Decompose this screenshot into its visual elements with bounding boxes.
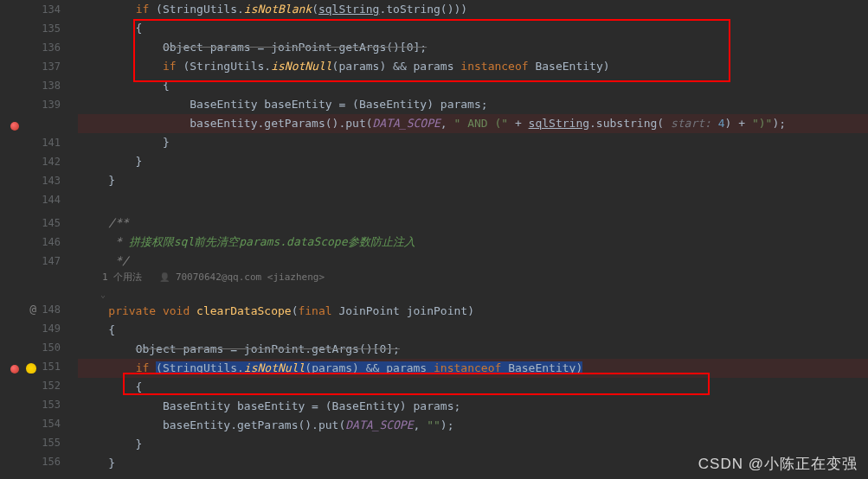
line-num bbox=[0, 114, 61, 133]
line-num: 146 bbox=[0, 233, 61, 252]
line-num: 135 bbox=[0, 19, 61, 38]
code-line[interactable]: */ bbox=[78, 252, 868, 271]
code-line[interactable]: private void clearDataScope(final JoinPo… bbox=[78, 302, 868, 321]
line-num bbox=[0, 288, 61, 300]
code-line[interactable]: { bbox=[78, 378, 868, 397]
line-num: 136 bbox=[0, 38, 61, 57]
code-line[interactable]: if (StringUtils.isNotNull(params) && par… bbox=[78, 57, 868, 76]
code-line[interactable]: } bbox=[78, 152, 868, 171]
line-num: 155 bbox=[0, 433, 61, 452]
code-line[interactable]: /** bbox=[78, 214, 868, 233]
code-line[interactable]: } bbox=[78, 435, 868, 454]
code-line[interactable]: BaseEntity baseEntity = (BaseEntity) par… bbox=[78, 95, 868, 114]
code-line[interactable]: { bbox=[78, 321, 868, 340]
line-num: 145 bbox=[0, 214, 61, 233]
line-num: 152 bbox=[0, 376, 61, 395]
code-line[interactable]: { bbox=[78, 76, 868, 95]
override-icon[interactable]: @ bbox=[29, 300, 36, 319]
code-area[interactable]: if (StringUtils.isNotBlank(sqlString.toS… bbox=[78, 0, 868, 479]
line-num: 156 bbox=[0, 452, 61, 471]
breakpoint-icon[interactable] bbox=[7, 118, 19, 130]
code-line[interactable]: if (StringUtils.isNotNull(params) && par… bbox=[78, 359, 868, 378]
line-num: 143 bbox=[0, 171, 61, 190]
code-line[interactable]: * 拼接权限sql前先清空params.dataScope参数防止注入 bbox=[78, 233, 868, 252]
line-num: @148 bbox=[0, 300, 61, 319]
line-num: 141 bbox=[0, 133, 61, 152]
line-num: 154 bbox=[0, 414, 61, 433]
line-num: 138 bbox=[0, 76, 61, 95]
line-num: 134 bbox=[0, 0, 61, 19]
code-line[interactable]: baseEntity.getParams().put(DATA_SCOPE, "… bbox=[78, 416, 868, 435]
line-num: 139 bbox=[0, 95, 61, 114]
fold-icon[interactable]: ⌄ bbox=[78, 290, 868, 302]
bulb-icon[interactable] bbox=[24, 361, 36, 373]
line-num: 142 bbox=[0, 152, 61, 171]
code-line[interactable]: Object params = joinPoint.getArgs()[0]; bbox=[78, 340, 868, 359]
line-num: 153 bbox=[0, 395, 61, 414]
code-editor[interactable]: 134 135 136 137 138 139 141 142 143 144 … bbox=[0, 0, 868, 479]
code-line[interactable]: { bbox=[78, 19, 868, 38]
code-line[interactable]: Object params = joinPoint.getArgs()[0]; bbox=[78, 38, 868, 57]
code-line[interactable]: } bbox=[78, 171, 868, 190]
line-gutter: 134 135 136 137 138 139 141 142 143 144 … bbox=[0, 0, 78, 479]
code-line[interactable] bbox=[78, 195, 868, 214]
code-line[interactable]: } bbox=[78, 133, 868, 152]
line-num: 144 bbox=[0, 190, 61, 209]
line-num bbox=[0, 271, 61, 288]
line-num: 147 bbox=[0, 252, 61, 271]
line-num: 137 bbox=[0, 57, 61, 76]
line-num: 149 bbox=[0, 319, 61, 338]
line-num: 150 bbox=[0, 338, 61, 357]
watermark: CSDN @小陈正在变强 bbox=[698, 454, 858, 474]
code-line[interactable]: if (StringUtils.isNotBlank(sqlString.toS… bbox=[78, 0, 868, 19]
usage-hint[interactable]: 1 个用法 70070642@qq.com <jiazheng> bbox=[78, 271, 868, 290]
code-line[interactable]: BaseEntity baseEntity = (BaseEntity) par… bbox=[78, 397, 868, 416]
breakpoint-icon[interactable] bbox=[7, 361, 19, 373]
code-line[interactable]: baseEntity.getParams().put(DATA_SCOPE, "… bbox=[78, 114, 868, 133]
line-num: 151 bbox=[0, 357, 61, 376]
